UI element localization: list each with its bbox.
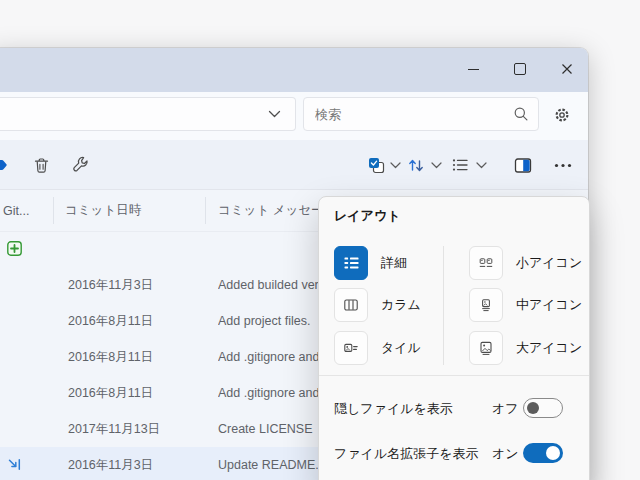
- medium-icons-view-icon: [469, 288, 503, 322]
- column-header-label: コミット日時: [65, 202, 141, 219]
- address-row: [0, 92, 588, 140]
- column-header-commit-date[interactable]: コミット日時: [65, 190, 141, 231]
- preview-pane-button[interactable]: [512, 140, 534, 190]
- commit-date: 2016年8月11日: [68, 339, 153, 375]
- address-chevron-down-icon[interactable]: [268, 110, 281, 118]
- commit-date: 2016年11月3日: [68, 447, 153, 480]
- columns-view-icon: [334, 288, 368, 322]
- toolbar: [0, 140, 588, 190]
- column-separator[interactable]: [205, 197, 206, 224]
- small-icons-view-icon: [469, 246, 503, 280]
- gear-icon: [553, 106, 571, 124]
- desktop-background: Git... コミット日時 コミット メッセージ 2016年11月3日: [0, 0, 640, 480]
- settings-button[interactable]: [552, 105, 572, 125]
- tiles-view-icon: [334, 331, 368, 365]
- sort-icon: [407, 157, 425, 174]
- sort-button[interactable]: [406, 140, 426, 190]
- hidden-files-toggle[interactable]: [523, 398, 563, 418]
- git-update-arrow-icon: [7, 457, 22, 472]
- toggle-row-file-extensions: ファイル名拡張子を表示 オン: [319, 441, 589, 465]
- layout-option-medium-icons[interactable]: 中アイコン: [469, 288, 582, 322]
- column-separator[interactable]: [53, 197, 54, 224]
- close-icon: [561, 63, 573, 75]
- preview-pane-icon: [514, 157, 532, 174]
- trash-icon: [32, 156, 51, 175]
- layout-option-details[interactable]: 詳細: [334, 246, 407, 280]
- toggle-label: 隠しファイルを表示: [334, 400, 453, 418]
- commit-date: 2016年8月11日: [68, 303, 153, 339]
- select-items-button[interactable]: [366, 140, 386, 190]
- toggle-knob: [546, 446, 560, 460]
- sort-menu-chevron[interactable]: [429, 140, 443, 190]
- select-menu-chevron[interactable]: [388, 140, 402, 190]
- clipped-left-tool-button[interactable]: [0, 140, 10, 190]
- layout-option-columns[interactable]: カラム: [334, 288, 421, 322]
- file-extensions-toggle[interactable]: [523, 443, 563, 463]
- select-multiple-icon: [368, 157, 385, 174]
- more-options-button[interactable]: [552, 140, 574, 190]
- view-menu-chevron[interactable]: [474, 140, 488, 190]
- layout-option-label: 詳細: [381, 254, 407, 272]
- properties-button[interactable]: [70, 140, 92, 190]
- layout-option-label: 大アイコン: [516, 339, 582, 357]
- chevron-down-icon: [390, 162, 401, 169]
- toggle-knob: [527, 402, 539, 414]
- layout-option-label: カラム: [381, 296, 421, 314]
- layout-flyout: レイアウト 詳細 カラム: [318, 196, 590, 480]
- column-header-label: Git...: [3, 204, 29, 218]
- more-icon: [554, 163, 572, 168]
- layout-option-large-icons[interactable]: 大アイコン: [469, 331, 582, 365]
- toggle-row-hidden-files: 隠しファイルを表示 オフ: [319, 396, 589, 420]
- chevron-down-icon: [431, 162, 442, 169]
- git-added-icon: [7, 241, 22, 256]
- maximize-icon: [514, 63, 526, 75]
- layout-option-label: 中アイコン: [516, 296, 582, 314]
- minimize-button[interactable]: [464, 60, 482, 78]
- toggle-state-label: オン: [492, 445, 520, 463]
- search-input[interactable]: [304, 98, 538, 130]
- search-box: [303, 97, 539, 131]
- address-bar[interactable]: [0, 97, 296, 131]
- details-view-icon: [334, 246, 368, 280]
- layout-option-tiles[interactable]: タイル: [334, 331, 421, 365]
- toggle-state-label: オフ: [492, 400, 520, 418]
- commit-date: 2017年11月13日: [68, 411, 160, 447]
- maximize-button[interactable]: [511, 60, 529, 78]
- wrench-icon: [71, 155, 91, 175]
- delete-button[interactable]: [30, 140, 52, 190]
- large-icons-view-icon: [469, 331, 503, 365]
- layout-option-small-icons[interactable]: 小アイコン: [469, 246, 582, 280]
- toggle-label: ファイル名拡張子を表示: [334, 445, 479, 463]
- view-options-icon: [451, 157, 469, 173]
- commit-date: 2016年11月3日: [68, 267, 153, 303]
- view-options-button[interactable]: [450, 140, 470, 190]
- flyout-title: レイアウト: [334, 207, 401, 225]
- close-button[interactable]: [558, 60, 576, 78]
- flyout-horizontal-divider: [319, 375, 589, 376]
- layout-option-label: タイル: [381, 339, 421, 357]
- clipped-left-tool-icon: [0, 155, 10, 175]
- minimize-icon: [468, 69, 479, 70]
- commit-date: 2016年8月11日: [68, 375, 153, 411]
- chevron-down-icon: [476, 162, 487, 169]
- flyout-vertical-divider: [443, 246, 444, 365]
- search-icon[interactable]: [513, 106, 529, 122]
- titlebar[interactable]: [0, 48, 588, 92]
- column-header-git[interactable]: Git...: [3, 190, 29, 231]
- layout-option-label: 小アイコン: [516, 254, 582, 272]
